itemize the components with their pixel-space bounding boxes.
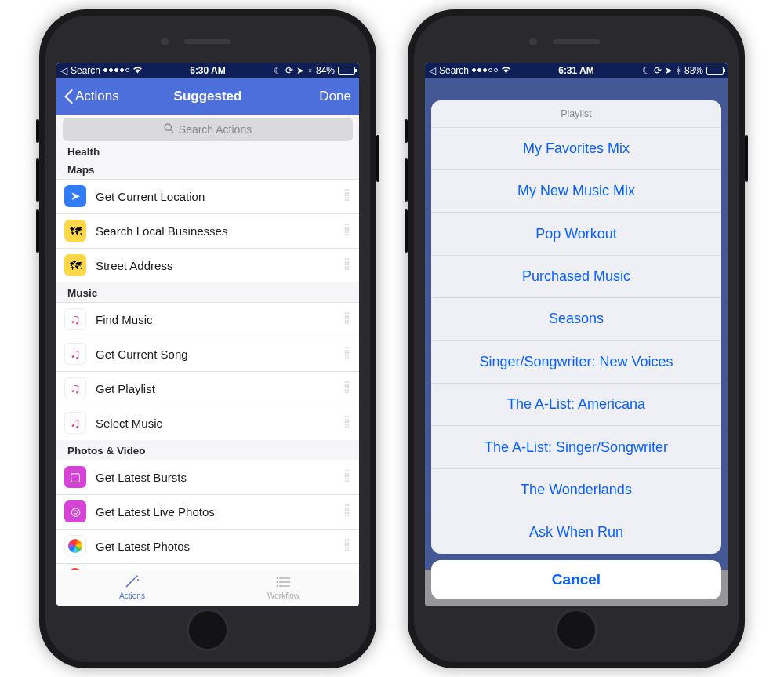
search-placeholder: Search Actions [179,123,252,136]
tab-workflow[interactable]: Workflow [208,570,359,606]
drag-handle-icon[interactable]: ⠿⠿ [343,226,356,235]
action-label: Street Address [96,259,343,272]
cancel-button[interactable]: Cancel [431,560,721,599]
location-icon: ➤ [64,185,86,207]
sheet-item-pop-workout[interactable]: Pop Workout [431,213,721,255]
music-note-icon: ♫ [64,343,86,365]
sheet-item-my-favorites-mix[interactable]: My Favorites Mix [431,128,721,170]
action-label: Find Music [96,313,343,326]
sheet-item-the-wonderlands[interactable]: The Wonderlands [431,469,721,511]
action-label: Get Current Song [96,348,343,361]
drag-handle-icon[interactable]: ⠿⠿ [343,384,356,393]
action-row-find-music[interactable]: ♫ Find Music ⠿⠿ [56,302,359,337]
section-header-maps: Maps [56,161,359,179]
status-bar: ◁ Search 6:31 AM ☾ ⟳ ➤ ᚼ 83% [425,63,728,78]
status-time: 6:30 AM [56,65,359,76]
status-bar: ◁ Search 6:30 AM ☾ ⟳ ➤ ᚼ 84% [56,63,359,78]
home-button[interactable] [555,609,597,651]
action-row-get-latest-screenshots[interactable]: Get Latest Screenshots [56,563,359,570]
nav-back-button[interactable]: Actions [64,89,160,104]
drag-handle-icon[interactable]: ⠿⠿ [343,315,356,324]
action-sheet: Playlist My Favorites Mix My New Music M… [431,100,721,554]
svg-point-0 [165,124,171,130]
nav-title: Suggested [160,89,256,104]
screenshots-icon [64,564,86,570]
drag-handle-icon[interactable]: ⠿⠿ [343,472,356,482]
action-sheet-overlay[interactable]: Playlist My Favorites Mix My New Music M… [425,78,728,606]
action-label: Get Latest Bursts [96,471,343,484]
action-label: Get Current Location [96,190,343,203]
chevron-left-icon [64,89,74,104]
local-business-icon: 🗺 [64,220,86,242]
section-header-health: Health [56,141,359,161]
photos-icon [64,535,86,557]
drag-handle-icon[interactable]: ⠿⠿ [343,541,356,551]
tab-label: Workflow [267,591,299,600]
svg-point-2 [135,577,136,578]
nav-bar: Actions Suggested Done [56,78,359,115]
action-row-get-current-song[interactable]: ♫ Get Current Song ⠿⠿ [56,337,359,371]
live-photos-icon: ◎ [64,500,86,522]
drag-handle-icon[interactable]: ⠿⠿ [343,349,356,359]
svg-point-8 [276,577,278,579]
actions-list[interactable]: Health Maps ➤ Get Current Location ⠿⠿ 🗺 … [56,141,359,570]
action-row-get-playlist[interactable]: ♫ Get Playlist ⠿⠿ [56,371,359,406]
address-icon: 🗺 [64,254,86,276]
sheet-title: Playlist [431,100,721,128]
drag-handle-icon[interactable]: ⠿⠿ [343,418,356,428]
action-label: Search Local Businesses [96,224,343,238]
sheet-item-ask-when-run[interactable]: Ask When Run [431,511,721,553]
screen-right: ◁ Search 6:31 AM ☾ ⟳ ➤ ᚼ 83% [425,63,728,606]
section-header-music: Music [56,282,359,302]
drag-handle-icon[interactable]: ⠿⠿ [343,260,356,270]
music-note-icon: ♫ [64,377,86,399]
sheet-item-singer-songwriter-new-voices[interactable]: Singer/Songwriter: New Voices [431,341,721,384]
action-row-get-current-location[interactable]: ➤ Get Current Location ⠿⠿ [56,179,359,213]
action-row-get-latest-live-photos[interactable]: ◎ Get Latest Live Photos ⠿⠿ [56,494,359,529]
action-row-select-music[interactable]: ♫ Select Music ⠿⠿ [56,406,359,440]
screen-left: ◁ Search 6:30 AM ☾ ⟳ ➤ ᚼ 84% [56,63,359,606]
sheet-item-my-new-music-mix[interactable]: My New Music Mix [431,170,721,213]
nav-done-button[interactable]: Done [256,89,351,104]
search-icon [164,123,174,136]
music-note-icon: ♫ [64,308,86,330]
svg-line-1 [170,129,173,133]
tab-label: Actions [119,591,145,600]
action-label: Select Music [96,417,343,430]
action-label: Get Playlist [96,382,343,395]
device-left: ◁ Search 6:30 AM ☾ ⟳ ➤ ᚼ 84% [39,9,376,668]
drag-handle-icon[interactable]: ⠿⠿ [343,191,356,201]
nav-done-label: Done [319,89,351,104]
action-row-get-latest-photos[interactable]: Get Latest Photos ⠿⠿ [56,529,359,563]
sheet-item-seasons[interactable]: Seasons [431,298,721,340]
bursts-icon: ▢ [64,466,86,488]
search-input[interactable]: Search Actions [63,118,353,141]
sheet-item-a-list-americana[interactable]: The A-List: Americana [431,384,721,426]
home-button[interactable] [187,609,229,651]
action-row-get-latest-bursts[interactable]: ▢ Get Latest Bursts ⠿⠿ [56,460,359,494]
section-header-photos-video: Photos & Video [56,440,359,460]
action-row-street-address[interactable]: 🗺 Street Address ⠿⠿ [56,248,359,282]
action-label: Get Latest Photos [96,540,343,553]
battery-icon [338,67,355,75]
list-icon [275,575,292,591]
status-time: 6:31 AM [425,65,728,76]
tab-bar: Actions Workflow [56,570,359,606]
device-right: ◁ Search 6:31 AM ☾ ⟳ ➤ ᚼ 83% [408,9,745,668]
wand-icon [124,575,141,591]
tab-actions[interactable]: Actions [56,570,208,606]
music-note-icon: ♫ [64,412,86,434]
action-row-search-local-businesses[interactable]: 🗺 Search Local Businesses ⠿⠿ [56,213,359,248]
search-bar-wrapper: Search Actions [56,115,359,141]
nav-back-label: Actions [75,89,119,104]
sheet-item-a-list-singer-songwriter[interactable]: The A-List: Singer/Songwriter [431,426,721,468]
svg-point-4 [136,576,138,577]
svg-point-3 [137,579,139,581]
battery-icon [706,67,724,75]
svg-point-10 [276,585,278,587]
svg-point-9 [276,581,278,583]
drag-handle-icon[interactable]: ⠿⠿ [343,507,356,516]
sheet-item-purchased-music[interactable]: Purchased Music [431,256,721,298]
action-label: Get Latest Live Photos [96,505,343,519]
